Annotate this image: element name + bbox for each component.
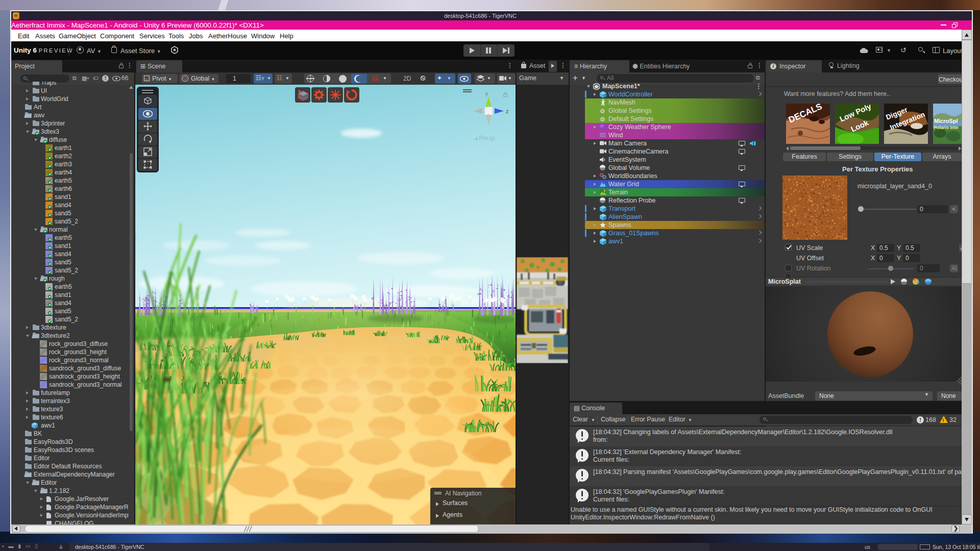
svg-text:z: z [506, 108, 509, 114]
svg-text:Polaris Inte: Polaris Inte [934, 125, 959, 130]
svg-text:MicroSpl: MicroSpl [934, 118, 958, 124]
svg-text:y: y [485, 90, 488, 96]
